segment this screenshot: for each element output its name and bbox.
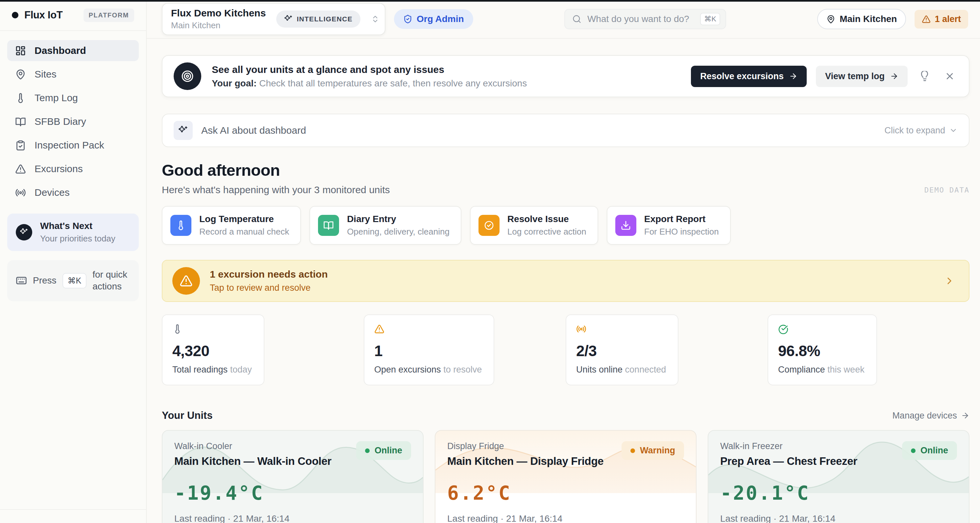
excursion-alert-banner[interactable]: 1 excursion needs action Tap to review a… [162,260,969,302]
excursion-alert-subtitle: Tap to review and resolve [210,283,328,293]
search-input[interactable] [587,13,695,25]
action-subtitle: Log corrective action [508,227,586,237]
map-pin-icon [15,69,26,80]
expand-hint-label: Click to expand [884,125,945,136]
platform-badge: PLATFORM [84,8,134,22]
status-dot-icon [911,449,916,453]
stat-label: Compliance [778,365,825,374]
sidebar-item-excursions[interactable]: Excursions [7,158,139,179]
unit-last-reading: Last reading · 21 Mar, 16:14 [447,513,684,523]
thermometer-icon [170,215,191,236]
whats-next-card[interactable]: What's Next Your priorities today [7,214,139,251]
stat-label: Open excursions [374,365,441,374]
radio-signal-icon [15,187,26,198]
units-section-header: Your Units Manage devices [162,410,969,422]
view-temp-log-button[interactable]: View temp log [816,66,908,87]
sidebar-item-label: Inspection Pack [35,139,104,151]
stat-value: 1 [374,342,482,360]
banner-goal: Your goal: Check that all temperatures a… [212,78,527,89]
resolve-excursions-button[interactable]: Resolve excursions [691,66,807,87]
site-selector-label: Main Kitchen [840,14,897,24]
dismiss-banner-button[interactable] [942,68,958,84]
action-subtitle: For EHO inspection [644,227,719,237]
status-dot-icon [365,449,370,453]
action-subtitle: Record a manual check [199,227,289,237]
stat-label-suffix: connected [625,365,666,374]
search-kbd-hint: ⌘K [700,13,720,25]
export-report-action[interactable]: Export Report For EHO inspection [607,206,731,245]
org-name: Flux Demo Kitchens [171,8,266,19]
sidebar-item-label: Excursions [35,163,83,174]
app-root: Flux IoT PLATFORM Dashboard Sites Temp L… [0,0,980,523]
shield-check-icon [403,14,412,24]
global-search[interactable]: ⌘K [564,9,726,29]
sidebar-item-devices[interactable]: Devices [7,182,139,203]
status-badge: Online [902,441,957,460]
status-badge: Warning [622,441,684,460]
radio-signal-icon [576,324,666,334]
sparkles-icon [16,224,32,241]
stat-value: 4,320 [172,342,252,360]
close-icon [945,71,955,81]
sidebar-item-label: Temp Log [35,92,78,103]
unit-card-display-fridge[interactable]: Display Fridge Main Kitchen — Display Fr… [435,430,697,523]
sidebar-item-dashboard[interactable]: Dashboard [7,40,139,61]
greeting-subtitle: Here's what's happening with your 3 moni… [162,184,390,195]
topbar: Flux Demo Kitchens Main Kitchen INTELLIG… [147,0,980,39]
view-temp-log-label: View temp log [825,71,885,81]
diary-entry-action[interactable]: Diary Entry Opening, delivery, cleaning [309,206,461,245]
org-switcher[interactable]: Flux Demo Kitchens Main Kitchen INTELLIG… [162,3,385,35]
stat-compliance: 96.8% Compliance this week [768,314,877,385]
units-section-title: Your Units [162,410,212,422]
arrow-right-icon [961,411,969,420]
lightbulb-icon [920,71,930,81]
download-icon [615,215,636,236]
action-title: Diary Entry [347,214,450,224]
unit-temperature: 6.2°C [447,482,684,504]
action-title: Log Temperature [199,214,289,224]
chevron-right-icon [944,275,955,287]
unit-card-chest-freezer[interactable]: Walk-in Freezer Prep Area — Chest Freeze… [708,430,969,523]
intelligence-badge-label: INTELLIGENCE [297,15,353,23]
tip-lightbulb-button[interactable] [917,68,933,84]
site-selector-chip[interactable]: Main Kitchen [817,9,906,29]
unit-last-reading: Last reading · 21 Mar, 16:14 [720,513,957,523]
sidebar-item-label: SFBB Diary [35,116,86,127]
banner-goal-label: Your goal: [212,78,256,89]
chevrons-up-down-icon[interactable] [371,15,380,23]
manage-devices-link[interactable]: Manage devices [892,410,969,421]
alert-triangle-icon [172,267,200,295]
map-pin-icon [826,15,835,24]
log-temperature-action[interactable]: Log Temperature Record a manual check [162,206,301,245]
banner-goal-text: Check that all temperatures are safe, th… [259,78,527,89]
org-location: Main Kitchen [171,21,266,30]
alert-triangle-icon [374,324,482,334]
banner-title: See all your units at a glance and spot … [212,64,527,75]
intelligence-badge: INTELLIGENCE [276,11,360,28]
role-badge: Org Admin [394,9,473,29]
sidebar-item-inspection-pack[interactable]: Inspection Pack [7,135,139,156]
sidebar-item-label: Dashboard [35,45,86,56]
sidebar: Flux IoT PLATFORM Dashboard Sites Temp L… [0,0,147,523]
alert-triangle-icon [922,15,931,24]
demo-data-tag: DEMO DATA [924,186,969,195]
thermometer-icon [172,324,252,334]
resolve-issue-action[interactable]: Resolve Issue Log corrective action [470,206,598,245]
dashboard-content: See all your units at a glance and spot … [147,39,980,523]
excursion-alert-title: 1 excursion needs action [210,269,328,280]
stat-units-online: 2/3 Units online connected [566,314,678,385]
action-title: Export Report [644,214,719,224]
sidebar-item-temp-log[interactable]: Temp Log [7,87,139,108]
unit-card-walk-in-cooler[interactable]: Walk-in Cooler Main Kitchen — Walk-in Co… [162,430,423,523]
ask-ai-bar[interactable]: Ask AI about dashboard Click to expand [162,114,969,147]
check-circle-icon [479,215,500,236]
sidebar-item-sites[interactable]: Sites [7,64,139,85]
unit-temperature: -20.1°C [720,482,957,504]
hint-suffix-label: for quick actions [92,269,130,293]
greeting-section: Good afternoon Here's what's happening w… [162,161,969,195]
stat-label: Units online [576,365,622,374]
sidebar-item-sfbb-diary[interactable]: SFBB Diary [7,111,139,132]
target-icon [173,62,201,90]
stat-value: 96.8% [778,342,865,360]
alerts-chip[interactable]: 1 alert [915,10,968,29]
